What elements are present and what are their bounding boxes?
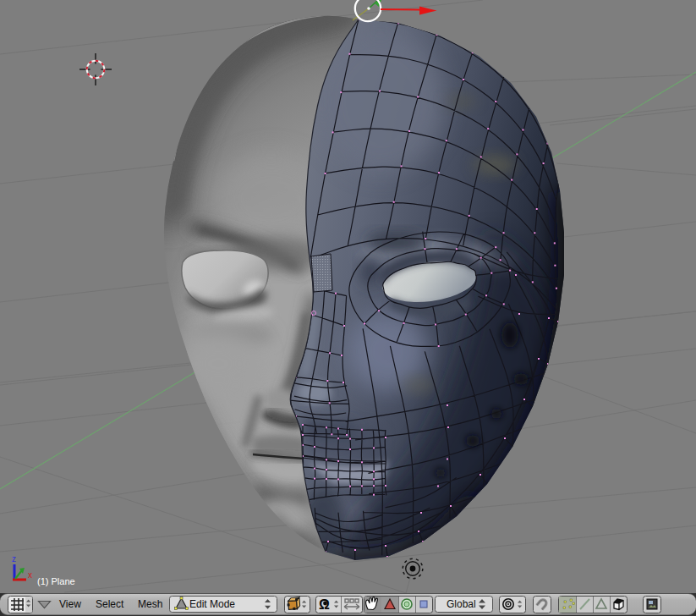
- svg-text:Select: Select: [96, 598, 124, 610]
- svg-text:Global: Global: [447, 598, 476, 610]
- svg-text:View: View: [59, 598, 81, 610]
- svg-text:Edit Mode: Edit Mode: [189, 598, 235, 610]
- svg-text:Mesh: Mesh: [138, 598, 162, 610]
